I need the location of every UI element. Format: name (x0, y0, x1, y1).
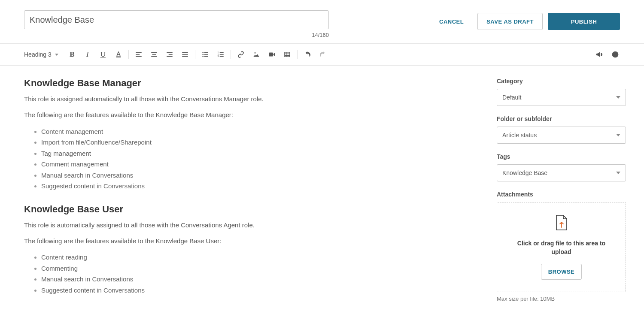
category-label: Category (497, 78, 626, 85)
list-item: Suggested content in Conversations (41, 285, 457, 296)
svg-rect-8 (169, 54, 173, 55)
svg-point-28 (615, 56, 615, 56)
tags-value: Knowledge Base (502, 169, 547, 176)
svg-rect-11 (182, 54, 188, 55)
heading: Knowledge Base User (24, 204, 457, 215)
list-item: Suggested content in Conversations (41, 181, 457, 192)
toolbar-separator (195, 50, 195, 59)
list: Content readingCommentingManual search i… (24, 252, 457, 296)
list-item: Comment management (41, 159, 457, 170)
italic-icon[interactable]: I (83, 50, 92, 59)
toolbar-separator (128, 50, 129, 59)
svg-rect-9 (167, 56, 173, 57)
list: Content managementImport from file/Confl… (24, 126, 457, 192)
svg-rect-0 (116, 57, 121, 57)
tags-select[interactable]: Knowledge Base (497, 164, 626, 181)
publish-button[interactable]: PUBLISH (548, 13, 620, 30)
chevron-down-icon (616, 134, 620, 136)
toolbar-separator (231, 50, 231, 59)
ordered-list-icon[interactable]: 123 (216, 50, 225, 59)
title-char-count: 14/160 (24, 32, 329, 38)
table-icon[interactable] (283, 50, 292, 59)
chevron-down-icon (616, 172, 620, 174)
svg-rect-3 (136, 56, 142, 57)
dropzone-text: Click or drag file to this area to uploa… (507, 239, 615, 256)
list-item: Tag management (41, 148, 457, 159)
attachments-label: Attachments (497, 191, 626, 198)
redo-icon[interactable] (318, 50, 328, 59)
caret-down-icon (55, 54, 58, 56)
paragraph: The following are the features available… (24, 110, 457, 120)
save-draft-button[interactable]: SAVE AS DRAFT (477, 13, 543, 30)
toolbar-separator (62, 50, 62, 59)
svg-rect-10 (182, 52, 188, 53)
heading-select[interactable]: Heading 3 (24, 51, 61, 58)
undo-icon[interactable] (303, 50, 312, 59)
align-left-icon[interactable] (134, 50, 143, 59)
paragraph: The following are the features available… (24, 236, 457, 246)
list-item: Content management (41, 126, 457, 137)
svg-rect-5 (152, 54, 156, 55)
cancel-button[interactable]: CANCEL (431, 13, 472, 30)
svg-rect-16 (204, 52, 208, 53)
list-item: Manual search in Conversations (41, 170, 457, 181)
list-item: Commenting (41, 263, 457, 274)
unordered-list-icon[interactable] (200, 50, 210, 59)
svg-rect-1 (136, 52, 142, 53)
editor-toolbar: Heading 3 B I U 123 (0, 44, 644, 65)
editor-content[interactable]: Knowledge Base Manager This role is assi… (0, 66, 481, 320)
svg-point-13 (202, 52, 204, 53)
paragraph: This role is assigned automatically to a… (24, 94, 457, 104)
help-icon[interactable] (611, 50, 620, 59)
article-title-input[interactable] (24, 10, 329, 29)
svg-rect-7 (167, 52, 173, 53)
sidebar: Category Default Folder or subfolder Art… (481, 66, 644, 320)
svg-rect-26 (269, 53, 273, 57)
browse-button[interactable]: BROWSE (541, 264, 582, 280)
link-icon[interactable] (236, 50, 246, 59)
text-color-icon[interactable] (114, 50, 123, 59)
svg-rect-22 (220, 52, 224, 53)
list-item: Import from file/Confluence/Sharepoint (41, 137, 457, 148)
folder-value: Article status (502, 132, 537, 139)
svg-rect-18 (204, 56, 208, 57)
list-item: Manual search in Conversations (41, 274, 457, 285)
svg-rect-12 (182, 56, 188, 57)
heading: Knowledge Base Manager (24, 78, 457, 89)
paragraph: This role is automatically assigned to a… (24, 220, 457, 230)
upload-file-icon (555, 214, 568, 231)
attachment-dropzone[interactable]: Click or drag file to this area to uploa… (497, 202, 626, 292)
svg-rect-17 (204, 54, 208, 55)
svg-point-15 (202, 56, 204, 57)
bold-icon[interactable]: B (67, 50, 77, 59)
svg-text:3: 3 (217, 55, 219, 57)
category-select[interactable]: Default (497, 89, 626, 106)
category-value: Default (502, 94, 521, 101)
underline-icon[interactable]: U (98, 50, 108, 59)
megaphone-icon[interactable] (594, 50, 604, 59)
align-justify-icon[interactable] (180, 50, 190, 59)
svg-rect-2 (136, 54, 140, 55)
video-icon[interactable] (267, 50, 276, 59)
svg-rect-6 (151, 56, 157, 57)
image-icon[interactable] (252, 50, 261, 59)
svg-rect-24 (220, 56, 224, 57)
folder-label: Folder or subfolder (497, 115, 626, 122)
chevron-down-icon (616, 96, 620, 99)
max-size-text: Max size per file: 10MB (497, 296, 626, 302)
align-right-icon[interactable] (165, 50, 174, 59)
svg-rect-23 (220, 54, 224, 55)
heading-select-label: Heading 3 (24, 51, 52, 58)
list-item: Content reading (41, 252, 457, 263)
align-center-icon[interactable] (149, 50, 159, 59)
tags-label: Tags (497, 153, 626, 160)
svg-point-14 (202, 54, 204, 55)
folder-select[interactable]: Article status (497, 127, 626, 144)
toolbar-separator (297, 50, 298, 59)
svg-point-25 (254, 52, 255, 54)
svg-rect-4 (151, 52, 157, 53)
